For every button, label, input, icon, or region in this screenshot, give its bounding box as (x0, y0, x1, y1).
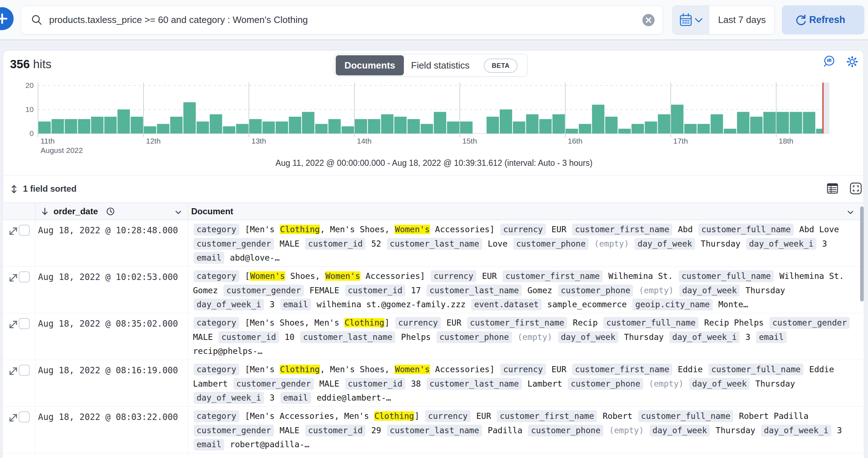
histogram-bar[interactable] (658, 114, 670, 134)
histogram-bar[interactable] (368, 119, 381, 134)
tab-documents[interactable]: Documents (336, 55, 404, 75)
histogram-bar[interactable] (618, 129, 631, 134)
highlighted-term: Clothing (280, 225, 320, 234)
histogram-bar[interactable] (487, 117, 499, 134)
inspect-chart-button[interactable] (823, 55, 837, 70)
histogram-bar[interactable] (513, 122, 525, 134)
display-options-icon[interactable] (826, 182, 839, 195)
histogram-bar[interactable] (289, 117, 301, 134)
histogram-bar[interactable] (223, 126, 236, 134)
vertical-scrollbar[interactable] (860, 206, 864, 302)
select-document-checkbox[interactable] (19, 411, 30, 422)
clear-query-button[interactable] (642, 14, 655, 26)
histogram-bar[interactable] (78, 119, 90, 134)
select-document-checkbox[interactable] (19, 225, 30, 236)
histogram-bar[interactable] (236, 124, 249, 134)
histogram-bar[interactable] (421, 124, 433, 134)
histogram-svg: 0102011thAugust 202212th13th14th15th16th… (0, 80, 868, 158)
table-row: Aug 18, 2022 @ 10:02:53.000category [Wom… (3, 267, 864, 313)
histogram-bar[interactable] (777, 112, 789, 134)
table-row: Aug 18, 2022 @ 10:28:48.000category [Men… (3, 220, 864, 267)
histogram-bar[interactable] (118, 109, 130, 134)
add-filter-button[interactable] (0, 7, 14, 30)
histogram-bar[interactable] (341, 126, 354, 134)
histogram-bar[interactable] (91, 117, 104, 134)
column-header-order-date[interactable]: order_date (53, 203, 98, 220)
histogram-bar[interactable] (249, 119, 262, 134)
histogram-bar[interactable] (434, 112, 447, 134)
expand-document-button[interactable] (7, 318, 19, 331)
histogram-bar[interactable] (210, 114, 222, 134)
histogram-bar[interactable] (500, 109, 512, 134)
field-value: robert@padilla-… (225, 440, 309, 449)
histogram-bar[interactable] (355, 119, 367, 134)
histogram-bar[interactable] (671, 105, 684, 134)
time-range-label[interactable]: Last 7 days (709, 6, 774, 34)
histogram-bar[interactable] (698, 124, 710, 134)
histogram-bar[interactable] (684, 124, 697, 134)
histogram-bar[interactable] (737, 112, 750, 134)
histogram-bar[interactable] (276, 122, 288, 134)
expand-document-button[interactable] (7, 365, 19, 377)
histogram-bar[interactable] (38, 122, 51, 134)
histogram-bar[interactable] (315, 124, 328, 134)
histogram-bar[interactable] (724, 129, 736, 134)
gear-icon (845, 55, 859, 69)
histogram-bar[interactable] (539, 119, 552, 134)
column-header-document[interactable]: Document (191, 203, 233, 220)
query-input[interactable]: products.taxless_price >= 60 and categor… (21, 5, 663, 34)
histogram-bar[interactable] (592, 105, 605, 134)
histogram-bar[interactable] (263, 122, 275, 134)
histogram-bar[interactable] (144, 126, 156, 134)
date-range-picker[interactable]: Last 7 days (672, 5, 775, 34)
histogram-bar[interactable] (566, 129, 578, 134)
histogram-bar[interactable] (763, 112, 776, 134)
expand-document-button[interactable] (7, 225, 19, 237)
histogram-bar[interactable] (104, 117, 117, 134)
histogram-bar[interactable] (552, 114, 565, 134)
histogram-bar[interactable] (645, 122, 657, 134)
histogram-bar[interactable] (803, 112, 816, 134)
histogram-bar[interactable] (460, 122, 473, 134)
histogram-bar[interactable] (579, 124, 591, 134)
document-cell: category [Women's Shoes, Women's Accesso… (193, 269, 859, 312)
histogram-bar[interactable] (605, 117, 618, 134)
histogram-bar[interactable] (394, 117, 407, 134)
histogram-bar[interactable] (407, 119, 420, 134)
select-document-checkbox[interactable] (19, 271, 30, 282)
histogram-bar[interactable] (381, 114, 394, 134)
histogram-bar[interactable] (816, 129, 822, 134)
chart-options-button[interactable] (845, 55, 859, 70)
sorted-fields-button[interactable]: 1 field sorted (23, 184, 76, 194)
histogram-bar[interactable] (197, 122, 209, 134)
histogram-bar[interactable] (526, 114, 539, 134)
histogram-bar[interactable] (750, 117, 763, 134)
sort-fields-icon[interactable] (9, 184, 19, 195)
x-axis-day-label: 16th (568, 137, 582, 145)
histogram-bar[interactable] (711, 114, 723, 134)
refresh-button[interactable]: Refresh (782, 5, 864, 34)
expand-document-button[interactable] (7, 412, 19, 424)
histogram-bar[interactable] (157, 124, 170, 134)
histogram-bar[interactable] (52, 119, 64, 134)
expand-document-button[interactable] (7, 272, 19, 284)
select-document-checkbox[interactable] (19, 318, 30, 329)
chevron-down-icon[interactable] (174, 209, 182, 216)
histogram-bar[interactable] (302, 112, 315, 134)
histogram-bar[interactable] (183, 102, 196, 134)
date-quick-select-button[interactable] (673, 6, 709, 34)
histogram-bar[interactable] (65, 119, 77, 134)
histogram-bar[interactable] (170, 117, 183, 134)
histogram-bar[interactable] (632, 124, 644, 134)
histogram-bar[interactable] (131, 117, 143, 134)
field-name-badge: customer_id (305, 425, 365, 436)
fullscreen-icon[interactable] (849, 182, 863, 195)
chevron-down-icon[interactable] (846, 209, 854, 216)
tab-field-statistics[interactable]: Field statistics (411, 54, 470, 76)
histogram-bar[interactable] (790, 112, 802, 134)
select-document-checkbox[interactable] (19, 365, 30, 376)
histogram-bar[interactable] (329, 119, 341, 134)
calendar-icon (673, 6, 709, 34)
histogram-bar[interactable] (447, 122, 459, 134)
field-name-badge: customer_full_name (698, 224, 793, 235)
